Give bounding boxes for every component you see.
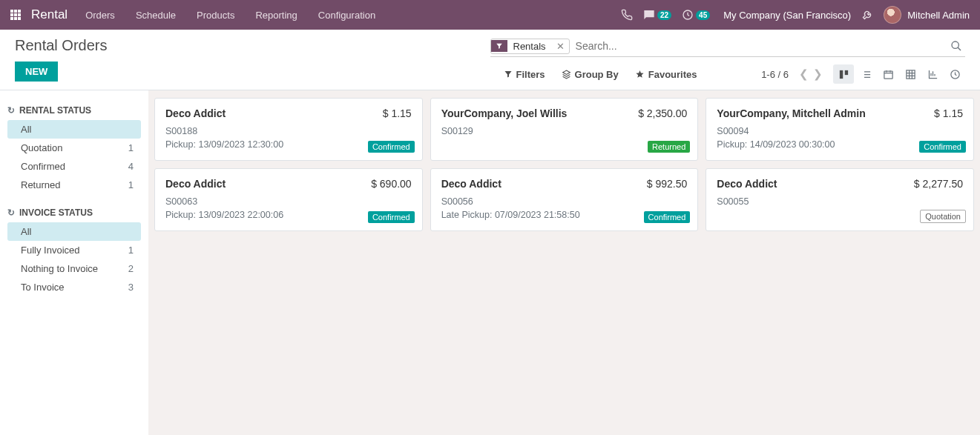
filter-icon [491,40,507,52]
search-input[interactable] [574,37,947,55]
svg-point-1 [952,41,958,48]
view-activity-icon[interactable] [944,64,965,84]
status-badge: Confirmed [368,211,415,223]
control-panel: Rental Orders NEW Rentals ✕ Filters [0,30,980,90]
groupby-label: Group By [575,69,619,80]
sidebar-item-count: 4 [128,161,134,172]
phone-icon[interactable] [621,9,633,21]
sidebar-invoice-status: ↻ INVOICE STATUS AllFully Invoiced1Nothi… [7,207,141,296]
sidebar-item-count: 1 [128,179,134,190]
svg-rect-3 [844,70,847,74]
nav-schedule[interactable]: Schedule [136,10,176,21]
pager-prev-icon[interactable]: ❮ [799,67,809,81]
card-title: YourCompany, Mitchell Admin [717,107,865,119]
user-menu[interactable]: Mitchell Admin [907,10,970,21]
search-bar: Rentals ✕ [490,37,966,57]
facet-label: Rentals [507,39,552,53]
sidebar-rental-status: ↻ RENTAL STATUS AllQuotation1Confirmed4R… [7,105,141,194]
sidebar-item-label: All [21,124,31,135]
activities-icon[interactable]: 45 [682,9,710,21]
view-pivot-icon[interactable] [900,64,921,84]
view-calendar-icon[interactable] [878,64,898,84]
view-kanban-icon[interactable] [833,64,854,84]
sidebar-item-count: 1 [128,245,134,256]
nav-products[interactable]: Products [197,10,234,21]
debug-icon[interactable] [861,9,873,21]
filters-label: Filters [516,69,545,80]
nav-reporting[interactable]: Reporting [255,10,297,21]
kanban-card[interactable]: Deco Addict$ 690.00S00063Pickup: 13/09/2… [154,168,423,231]
sidebar-item-invoice-3[interactable]: To Invoice3 [7,278,141,296]
kanban-card[interactable]: Deco Addict$ 992.50S00056Late Pickup: 07… [430,168,699,231]
sidebar-item-invoice-2[interactable]: Nothing to Invoice2 [7,259,141,278]
kanban-card[interactable]: Deco Addict$ 1.15S00188Pickup: 13/09/202… [154,98,423,161]
refresh-icon: ↻ [7,105,15,116]
sidebar-item-label: Fully Invoiced [21,245,79,256]
groupby-button[interactable]: Group By [562,69,619,80]
sidebar-item-label: Nothing to Invoice [21,263,98,274]
apps-icon[interactable] [10,8,24,21]
sidebar-item-count: 3 [128,282,134,293]
card-price: $ 690.00 [371,178,412,190]
kanban-card[interactable]: YourCompany, Joel Willis$ 2,350.00S00129… [430,98,699,161]
company-switcher[interactable]: My Company (San Francisco) [723,10,851,21]
sidebar-item-rental-1[interactable]: Quotation1 [7,139,141,157]
search-facet-rentals: Rentals ✕ [490,39,570,54]
messages-badge: 22 [657,10,671,20]
card-title: YourCompany, Joel Willis [441,107,568,119]
card-price: $ 1.15 [383,107,412,119]
view-graph-icon[interactable] [922,64,943,84]
sidebar-item-label: Confirmed [21,161,65,172]
card-price: $ 2,350.00 [638,107,687,119]
messages-icon[interactable]: 22 [643,9,671,21]
card-title: Deco Addict [165,178,226,190]
card-body: S00055 [717,196,963,209]
pager-next-icon[interactable]: ❯ [813,67,823,81]
kanban-grid: Deco Addict$ 1.15S00188Pickup: 13/09/202… [154,98,974,231]
nav-brand[interactable]: Rental [31,7,68,22]
page-title: Rental Orders [15,37,490,54]
card-body: S00129 [441,125,688,139]
favourites-label: Favourites [648,69,697,80]
facet-remove-icon[interactable]: ✕ [552,39,569,53]
card-title: Deco Addict [717,178,777,190]
card-title: Deco Addict [165,107,226,119]
kanban-card[interactable]: YourCompany, Mitchell Admin$ 1.15S00094P… [706,98,974,161]
avatar[interactable] [884,6,901,24]
svg-rect-4 [884,71,892,79]
sidebar-item-invoice-1[interactable]: Fully Invoiced1 [7,241,141,259]
filters-button[interactable]: Filters [504,69,545,80]
sidebar-item-rental-0[interactable]: All [7,120,141,139]
view-list-icon[interactable] [855,64,876,84]
sidebar-heading-invoice[interactable]: ↻ INVOICE STATUS [7,207,141,218]
sidebar-item-count: 1 [128,142,134,153]
favourites-button[interactable]: Favourites [635,69,697,80]
card-order-ref: S00055 [717,196,963,209]
svg-rect-2 [839,70,842,78]
status-badge: Returned [648,141,690,153]
left-sidebar: ↻ RENTAL STATUS AllQuotation1Confirmed4R… [0,90,148,435]
sidebar-item-label: Returned [21,179,60,190]
sidebar-item-count: 2 [128,263,134,274]
sidebar-item-label: All [21,226,31,237]
sidebar-item-rental-2[interactable]: Confirmed4 [7,157,141,176]
sidebar-item-rental-3[interactable]: Returned1 [7,176,141,194]
card-price: $ 992.50 [647,178,688,190]
card-order-ref: S00063 [165,196,412,209]
svg-rect-5 [906,70,914,78]
nav-orders[interactable]: Orders [85,10,115,21]
kanban-card[interactable]: Deco Addict$ 2,277.50S00055Quotation [706,168,974,231]
sidebar-heading-rental[interactable]: ↻ RENTAL STATUS [7,105,141,116]
status-badge: Confirmed [644,211,691,223]
activities-badge: 45 [696,10,710,20]
search-icon[interactable] [947,40,965,52]
pager-text: 1-6 / 6 [761,69,789,80]
main-content: Deco Addict$ 1.15S00188Pickup: 13/09/202… [148,90,980,435]
card-order-ref: S00188 [165,125,412,139]
refresh-icon: ↻ [7,207,15,218]
nav-configuration[interactable]: Configuration [318,10,375,21]
status-badge: Confirmed [919,141,966,153]
new-button[interactable]: NEW [15,62,58,82]
sidebar-item-invoice-0[interactable]: All [7,222,141,241]
status-badge: Confirmed [368,141,415,153]
